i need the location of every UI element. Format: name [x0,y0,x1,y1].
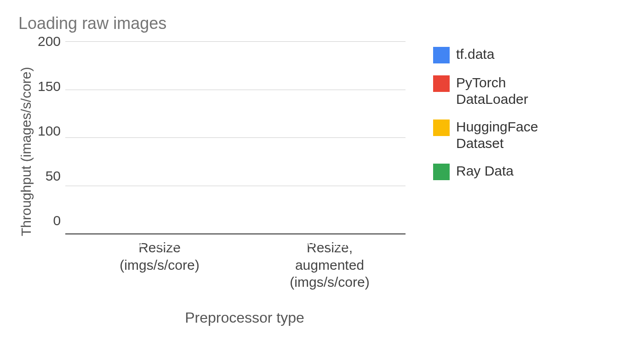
legend-label: tf.data [456,46,494,63]
chart-title: Loading raw images [18,14,616,33]
legend-item: HuggingFace Dataset [433,119,576,152]
chart-body: Throughput (images/s/core) 200 150 100 5… [18,41,616,326]
x-axis-label: Preprocessor type [74,309,415,326]
plot-column: 200 150 100 50 0 153 [38,41,415,326]
legend-swatch [433,47,450,63]
legend: tf.data PyTorch DataLoader HuggingFace D… [433,46,576,180]
legend-swatch [433,75,450,92]
legend-label: HuggingFace Dataset [456,119,576,152]
y-tick: 50 [38,169,61,183]
y-axis-ticks: 200 150 100 50 0 [38,41,61,234]
y-tick: 200 [38,34,61,48]
legend-swatch [433,164,450,180]
legend-item: PyTorch DataLoader [433,74,576,108]
bar-value-label: 113 [321,236,352,250]
bar-value-label: 126 [289,236,320,250]
bar-value-label: 85 [353,236,384,250]
x-tick-line: (imgs/s/core) [290,274,369,290]
bar-value-label: 153 [86,236,118,250]
y-tick: 150 [38,80,61,93]
bar-value-label: 86 [183,236,214,250]
chart-container: Loading raw images Throughput (images/s/… [18,14,616,326]
legend-swatch [433,119,450,136]
y-axis-label: Throughput (images/s/core) [18,55,34,248]
bar-value-label: 114 [151,236,182,250]
legend-label: PyTorch DataLoader [456,74,576,108]
x-tick-line: (imgs/s/core) [120,257,199,273]
plot-row: 200 150 100 50 0 153 [38,41,415,234]
x-tick-line: augmented [295,257,364,273]
legend-item: Ray Data [433,163,576,180]
plot-area: 153 117 114 86 [65,41,406,234]
bar-value-label: 75 [257,236,288,250]
legend-item: tf.data [433,46,576,63]
y-tick: 100 [38,124,61,138]
legend-label: Ray Data [456,163,514,179]
bar-groups: 153 117 114 86 [65,41,406,233]
y-tick: 0 [38,214,61,228]
bar-value-label: 117 [119,236,150,250]
